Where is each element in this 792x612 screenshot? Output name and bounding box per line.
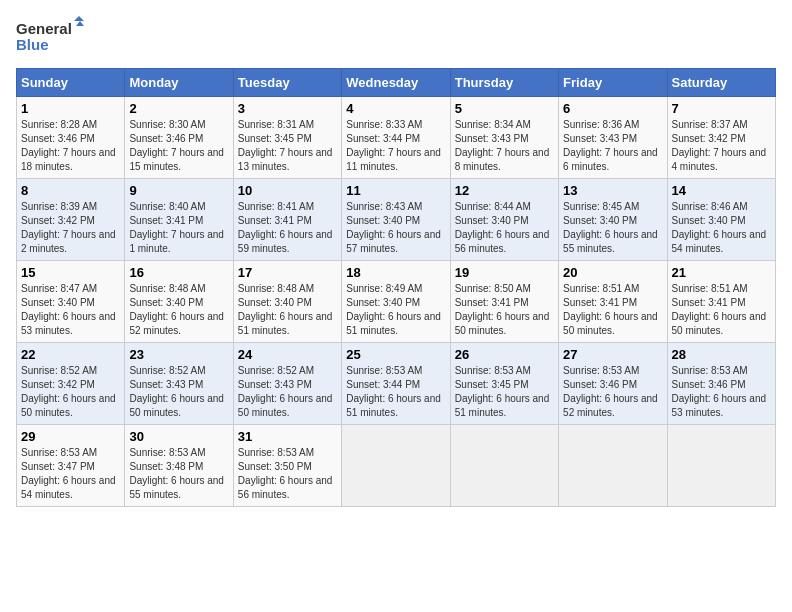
calendar-cell: 18 Sunrise: 8:49 AMSunset: 3:40 PMDaylig… [342,261,450,343]
calendar-cell: 7 Sunrise: 8:37 AMSunset: 3:42 PMDayligh… [667,97,775,179]
calendar-cell: 19 Sunrise: 8:50 AMSunset: 3:41 PMDaylig… [450,261,558,343]
day-info: Sunrise: 8:53 AMSunset: 3:45 PMDaylight:… [455,364,554,420]
header-thursday: Thursday [450,69,558,97]
day-info: Sunrise: 8:53 AMSunset: 3:50 PMDaylight:… [238,446,337,502]
day-info: Sunrise: 8:40 AMSunset: 3:41 PMDaylight:… [129,200,228,256]
day-number: 27 [563,347,662,362]
day-number: 6 [563,101,662,116]
calendar-cell: 11 Sunrise: 8:43 AMSunset: 3:40 PMDaylig… [342,179,450,261]
svg-marker-2 [74,16,84,21]
svg-text:Blue: Blue [16,36,49,53]
day-number: 31 [238,429,337,444]
weekday-header-row: Sunday Monday Tuesday Wednesday Thursday… [17,69,776,97]
day-info: Sunrise: 8:49 AMSunset: 3:40 PMDaylight:… [346,282,445,338]
day-info: Sunrise: 8:53 AMSunset: 3:47 PMDaylight:… [21,446,120,502]
logo: General Blue [16,16,86,56]
day-number: 14 [672,183,771,198]
calendar-cell: 10 Sunrise: 8:41 AMSunset: 3:41 PMDaylig… [233,179,341,261]
day-info: Sunrise: 8:41 AMSunset: 3:41 PMDaylight:… [238,200,337,256]
day-number: 12 [455,183,554,198]
day-number: 26 [455,347,554,362]
calendar-cell: 31 Sunrise: 8:53 AMSunset: 3:50 PMDaylig… [233,425,341,507]
calendar-cell: 6 Sunrise: 8:36 AMSunset: 3:43 PMDayligh… [559,97,667,179]
calendar-cell: 2 Sunrise: 8:30 AMSunset: 3:46 PMDayligh… [125,97,233,179]
day-info: Sunrise: 8:51 AMSunset: 3:41 PMDaylight:… [563,282,662,338]
day-number: 7 [672,101,771,116]
day-info: Sunrise: 8:31 AMSunset: 3:45 PMDaylight:… [238,118,337,174]
day-number: 21 [672,265,771,280]
day-info: Sunrise: 8:52 AMSunset: 3:42 PMDaylight:… [21,364,120,420]
calendar-cell: 13 Sunrise: 8:45 AMSunset: 3:40 PMDaylig… [559,179,667,261]
day-info: Sunrise: 8:53 AMSunset: 3:48 PMDaylight:… [129,446,228,502]
day-number: 28 [672,347,771,362]
calendar-cell: 1 Sunrise: 8:28 AMSunset: 3:46 PMDayligh… [17,97,125,179]
calendar-cell [667,425,775,507]
day-info: Sunrise: 8:43 AMSunset: 3:40 PMDaylight:… [346,200,445,256]
calendar-cell: 5 Sunrise: 8:34 AMSunset: 3:43 PMDayligh… [450,97,558,179]
day-number: 19 [455,265,554,280]
calendar-cell: 3 Sunrise: 8:31 AMSunset: 3:45 PMDayligh… [233,97,341,179]
calendar-cell: 24 Sunrise: 8:52 AMSunset: 3:43 PMDaylig… [233,343,341,425]
day-info: Sunrise: 8:45 AMSunset: 3:40 PMDaylight:… [563,200,662,256]
day-info: Sunrise: 8:51 AMSunset: 3:41 PMDaylight:… [672,282,771,338]
day-info: Sunrise: 8:28 AMSunset: 3:46 PMDaylight:… [21,118,120,174]
svg-marker-3 [76,21,84,26]
day-number: 23 [129,347,228,362]
calendar-cell: 26 Sunrise: 8:53 AMSunset: 3:45 PMDaylig… [450,343,558,425]
calendar-cell: 28 Sunrise: 8:53 AMSunset: 3:46 PMDaylig… [667,343,775,425]
day-number: 3 [238,101,337,116]
calendar-cell: 25 Sunrise: 8:53 AMSunset: 3:44 PMDaylig… [342,343,450,425]
day-number: 15 [21,265,120,280]
calendar-cell: 16 Sunrise: 8:48 AMSunset: 3:40 PMDaylig… [125,261,233,343]
day-info: Sunrise: 8:33 AMSunset: 3:44 PMDaylight:… [346,118,445,174]
day-number: 4 [346,101,445,116]
day-info: Sunrise: 8:30 AMSunset: 3:46 PMDaylight:… [129,118,228,174]
day-info: Sunrise: 8:37 AMSunset: 3:42 PMDaylight:… [672,118,771,174]
calendar-table: Sunday Monday Tuesday Wednesday Thursday… [16,68,776,507]
calendar-cell: 27 Sunrise: 8:53 AMSunset: 3:46 PMDaylig… [559,343,667,425]
day-number: 18 [346,265,445,280]
day-info: Sunrise: 8:50 AMSunset: 3:41 PMDaylight:… [455,282,554,338]
header-sunday: Sunday [17,69,125,97]
day-number: 25 [346,347,445,362]
day-number: 2 [129,101,228,116]
day-number: 13 [563,183,662,198]
day-number: 22 [21,347,120,362]
calendar-cell: 21 Sunrise: 8:51 AMSunset: 3:41 PMDaylig… [667,261,775,343]
day-number: 10 [238,183,337,198]
day-info: Sunrise: 8:34 AMSunset: 3:43 PMDaylight:… [455,118,554,174]
day-number: 16 [129,265,228,280]
day-number: 24 [238,347,337,362]
day-number: 20 [563,265,662,280]
day-info: Sunrise: 8:52 AMSunset: 3:43 PMDaylight:… [129,364,228,420]
calendar-cell: 29 Sunrise: 8:53 AMSunset: 3:47 PMDaylig… [17,425,125,507]
header-wednesday: Wednesday [342,69,450,97]
calendar-cell: 23 Sunrise: 8:52 AMSunset: 3:43 PMDaylig… [125,343,233,425]
day-number: 17 [238,265,337,280]
day-info: Sunrise: 8:53 AMSunset: 3:46 PMDaylight:… [672,364,771,420]
calendar-cell: 9 Sunrise: 8:40 AMSunset: 3:41 PMDayligh… [125,179,233,261]
day-number: 29 [21,429,120,444]
svg-text:General: General [16,20,72,37]
logo-svg: General Blue [16,16,86,56]
calendar-cell [342,425,450,507]
day-info: Sunrise: 8:52 AMSunset: 3:43 PMDaylight:… [238,364,337,420]
header-monday: Monday [125,69,233,97]
calendar-week-row: 1 Sunrise: 8:28 AMSunset: 3:46 PMDayligh… [17,97,776,179]
header-friday: Friday [559,69,667,97]
day-info: Sunrise: 8:44 AMSunset: 3:40 PMDaylight:… [455,200,554,256]
day-info: Sunrise: 8:39 AMSunset: 3:42 PMDaylight:… [21,200,120,256]
day-number: 1 [21,101,120,116]
day-number: 8 [21,183,120,198]
day-info: Sunrise: 8:48 AMSunset: 3:40 PMDaylight:… [238,282,337,338]
calendar-cell: 22 Sunrise: 8:52 AMSunset: 3:42 PMDaylig… [17,343,125,425]
day-number: 11 [346,183,445,198]
day-info: Sunrise: 8:36 AMSunset: 3:43 PMDaylight:… [563,118,662,174]
calendar-cell: 4 Sunrise: 8:33 AMSunset: 3:44 PMDayligh… [342,97,450,179]
calendar-week-row: 29 Sunrise: 8:53 AMSunset: 3:47 PMDaylig… [17,425,776,507]
day-info: Sunrise: 8:53 AMSunset: 3:44 PMDaylight:… [346,364,445,420]
calendar-cell: 12 Sunrise: 8:44 AMSunset: 3:40 PMDaylig… [450,179,558,261]
day-info: Sunrise: 8:47 AMSunset: 3:40 PMDaylight:… [21,282,120,338]
calendar-cell: 8 Sunrise: 8:39 AMSunset: 3:42 PMDayligh… [17,179,125,261]
calendar-cell [450,425,558,507]
